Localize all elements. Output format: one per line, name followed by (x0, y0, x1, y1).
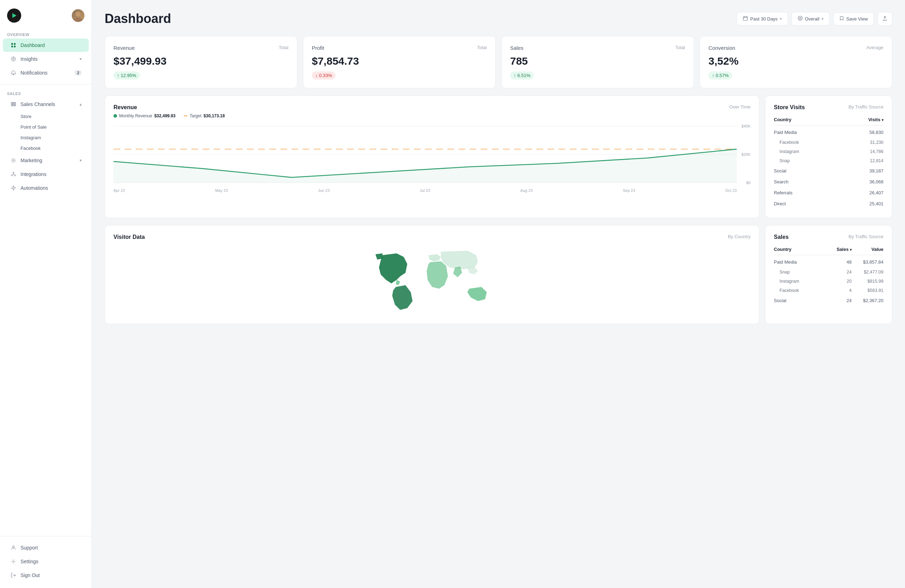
sales-col-country-header: Country (774, 247, 827, 252)
sidebar-item-sales-channels[interactable]: Sales Channels ▴ (3, 98, 89, 111)
integrations-label: Integrations (21, 171, 46, 177)
revenue-chart-subtitle: Over Time (729, 104, 751, 109)
svg-point-22 (13, 546, 14, 548)
sidebar-item-dashboard[interactable]: Dashboard (3, 38, 89, 52)
profit-value: $7,854.73 (312, 55, 487, 67)
revenue-change: ↑ 12.95% (113, 71, 140, 79)
svg-point-8 (13, 58, 14, 60)
sales-change: ↑ 6.51% (510, 71, 534, 79)
insights-label: Insights (21, 56, 79, 62)
chart-legend: Monthly Revenue $32,499.93 Target $30,17… (113, 113, 751, 118)
store-label: Store (21, 114, 32, 119)
sidebar-item-settings[interactable]: Settings (3, 555, 89, 568)
monthly-legend-label: Monthly Revenue (119, 113, 152, 118)
date-range-chevron: ▾ (780, 17, 782, 21)
page-title: Dashboard (105, 11, 171, 26)
conversion-sublabel: Average (867, 45, 883, 50)
store-visits-subtitle: By Traffic Source (848, 104, 883, 109)
insights-chevron: ▾ (79, 57, 82, 62)
header-actions: Past 30 Days ▾ Overall ▾ Save View (737, 12, 892, 26)
marketing-label: Marketing (21, 158, 79, 163)
sidebar-item-marketing[interactable]: Marketing ▾ (3, 154, 89, 167)
page-header: Dashboard Past 30 Days ▾ Overall ▾ (105, 11, 892, 26)
automations-icon (10, 184, 17, 192)
sidebar-item-support[interactable]: Support (3, 541, 89, 555)
sales-table-body: Paid Media 48 $3,857.84 Snap 24 $2,477.0… (774, 257, 883, 306)
visits-col-visits-header: Visits ▾ (868, 117, 883, 122)
facebook-label: Facebook (21, 146, 41, 151)
svg-rect-4 (14, 43, 16, 45)
sidebar-divider-1 (0, 84, 92, 84)
monthly-legend-value: $32,499.93 (154, 113, 175, 118)
svg-point-23 (13, 561, 14, 562)
share-button[interactable] (877, 12, 892, 26)
visitor-data-title: Visitor Data (113, 234, 145, 240)
profit-sublabel: Total (477, 45, 487, 50)
visits-table-header: Country Visits ▾ (774, 115, 883, 125)
store-visits-card: Store Visits By Traffic Source Country V… (765, 95, 892, 218)
svg-rect-25 (743, 17, 748, 21)
avatar[interactable] (72, 9, 84, 22)
svg-point-29 (798, 16, 802, 21)
logo-icon[interactable] (7, 8, 21, 23)
sales-table-card: Sales By Traffic Source Country Sales ▾ … (765, 225, 892, 324)
view-icon (797, 16, 803, 22)
overview-label: Overview (0, 30, 92, 38)
bookmark-icon (839, 16, 844, 22)
sales-channels-label: Sales Channels (21, 101, 79, 107)
sidebar-sub-store[interactable]: Store (3, 111, 89, 122)
sales-section-label: Sales (0, 89, 92, 97)
main-content: Dashboard Past 30 Days ▾ Overall ▾ (92, 0, 905, 588)
calendar-icon (743, 16, 748, 22)
sales-row-snap: Snap 24 $2,477.09 (774, 268, 883, 277)
settings-icon (10, 558, 17, 565)
support-label: Support (21, 545, 38, 550)
save-view-button[interactable]: Save View (833, 13, 874, 25)
target-legend-label: Target (189, 113, 201, 118)
sidebar-item-notifications[interactable]: Notifications 2 (3, 66, 89, 79)
sidebar-sub-instagram[interactable]: Instagram (3, 133, 89, 143)
visits-row-search: Search36,068 (774, 176, 883, 187)
svg-marker-21 (11, 185, 16, 190)
marketing-icon (10, 157, 17, 164)
overview-section: Overview Dashboard Insights ▾ Notificati… (0, 30, 92, 80)
view-chevron: ▾ (822, 17, 824, 21)
sidebar-sub-point-of-sale[interactable]: Point of Sale (3, 122, 89, 132)
visitor-data-card: Visitor Data By Country (105, 225, 759, 324)
sales-value: 785 (510, 55, 685, 67)
sign-out-icon (10, 572, 17, 579)
save-view-label: Save View (846, 16, 868, 22)
sales-row-facebook: Facebook 4 $563.91 (774, 286, 883, 295)
sidebar-item-integrations[interactable]: Integrations (3, 168, 89, 181)
profit-change: ↓ 0.33% (312, 71, 335, 79)
y-axis-labels: $40K $20K $0 (738, 123, 751, 186)
conversion-change: ↑ 0.57% (708, 71, 732, 79)
visits-row-direct: Direct25,401 (774, 198, 883, 209)
sidebar-item-insights[interactable]: Insights ▾ (3, 52, 89, 66)
revenue-sublabel: Total (279, 45, 289, 50)
sidebar-item-sign-out[interactable]: Sign Out (3, 569, 89, 582)
sidebar-sub-facebook[interactable]: Facebook (3, 143, 89, 153)
charts-row: Revenue Over Time Monthly Revenue $32,49… (105, 95, 892, 218)
sales-row-paid-media: Paid Media 48 $3,857.84 (774, 257, 883, 268)
marketing-chevron: ▾ (79, 158, 82, 163)
chart-container: $40K $20K $0 Apr 23 May 23 Jun 23 Jul 23… (113, 123, 751, 193)
conversion-up-icon: ↑ (712, 73, 714, 78)
target-legend-value: $30,173.18 (204, 113, 225, 118)
svg-point-30 (799, 17, 801, 19)
stat-card-profit: Profit Total $7,854.73 ↓ 0.33% (303, 36, 495, 88)
revenue-value: $37,499.93 (113, 55, 289, 67)
svg-rect-12 (11, 105, 16, 106)
view-label: Overall (805, 16, 819, 22)
svg-rect-5 (11, 46, 13, 48)
date-range-button[interactable]: Past 30 Days ▾ (737, 12, 788, 25)
svg-rect-6 (14, 46, 16, 48)
store-visits-title: Store Visits (774, 104, 805, 111)
target-legend-dot (184, 116, 187, 116)
date-range-label: Past 30 Days (750, 16, 777, 22)
view-selector-button[interactable]: Overall ▾ (792, 12, 830, 25)
share-icon (882, 16, 888, 22)
visits-row-paid-media: Paid Media58,830 (774, 127, 883, 138)
visitor-data-subtitle: By Country (728, 234, 751, 239)
sidebar-item-automations[interactable]: Automations (3, 181, 89, 195)
